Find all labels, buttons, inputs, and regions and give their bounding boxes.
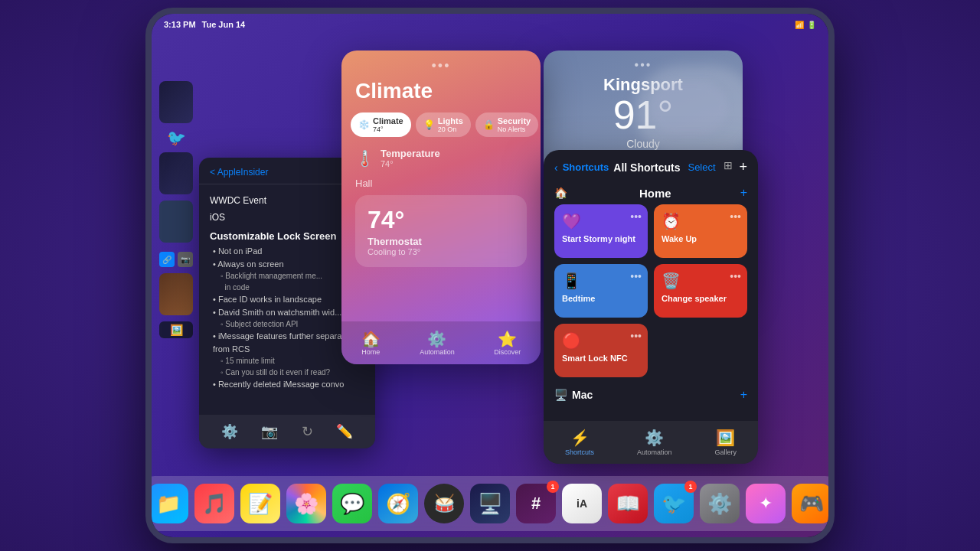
- shortcut-label-4: Change speaker: [662, 293, 740, 304]
- shortcuts-header-icons: ⊞ +: [724, 159, 747, 175]
- temperature-label: Temperature: [381, 148, 440, 159]
- lights-tab-icon: 💡: [423, 119, 435, 130]
- left-thumbnails: 🐦 🔗 📷 🖼️: [159, 35, 194, 338]
- thumb-2: [159, 152, 193, 194]
- nav-automation[interactable]: ⚙️ Automation: [420, 330, 455, 356]
- safari-icon: 🧭: [386, 492, 410, 516]
- twitter-icon: 🐦: [662, 492, 686, 516]
- dock-icon-ia[interactable]: iA: [562, 484, 602, 523]
- climate-title: Climate: [341, 79, 541, 112]
- thermometer-icon: 🌡️: [355, 149, 374, 168]
- shortcuts-back-icon[interactable]: ‹: [554, 161, 558, 174]
- dock-icon-music[interactable]: 🎵: [194, 484, 234, 523]
- climate-bottom-nav: 🏠 Home ⚙️ Automation ⭐ Discover: [341, 321, 541, 364]
- dock-icon-screens[interactable]: 🖥️: [470, 484, 510, 523]
- dock: 📁 🎵 📝 🌸 💬 🧭 🥁 🖥️: [152, 476, 828, 531]
- shortcuts-nav-gallery[interactable]: 🖼️ Gallery: [714, 429, 737, 456]
- taiko-icon: 🥁: [434, 494, 455, 514]
- arcade-icon: 🎮: [799, 492, 824, 516]
- security-tab-label: SecurityNo Alerts: [498, 116, 531, 133]
- slack-badge: 1: [547, 481, 559, 493]
- automation-nav-icon: ⚙️: [420, 330, 455, 348]
- messages-icon: 💬: [340, 492, 364, 516]
- shortcuts-tab-icon: ⚡: [565, 429, 594, 447]
- nav-discover[interactable]: ⭐ Discover: [494, 330, 521, 356]
- dock-icon-taiko[interactable]: 🥁: [424, 484, 464, 523]
- mac-section-header: 🖥️ Mac +: [554, 383, 747, 406]
- panel-camera-icon[interactable]: 📷: [261, 423, 278, 440]
- tab-lights[interactable]: 💡 Lights20 On: [416, 112, 471, 137]
- shortcut-dots-1[interactable]: •••: [630, 210, 642, 223]
- home-section-header: 🏠 Home +: [554, 181, 747, 204]
- shortcuts-tab-label: Shortcuts: [565, 448, 594, 456]
- dock-icon-arcade[interactable]: 🎮: [792, 484, 828, 523]
- shortcuts-add-button[interactable]: +: [739, 159, 747, 175]
- home-nav-icon: 🏠: [361, 330, 381, 348]
- status-date: Tue Jun 14: [202, 20, 246, 29]
- shortcut-label-3: Bedtime: [562, 293, 640, 304]
- shortcut-dots-2[interactable]: •••: [730, 210, 741, 223]
- settings-icon: ⚙️: [707, 492, 732, 516]
- shortcuts-grid-icon[interactable]: ⊞: [724, 159, 733, 175]
- temperature-row: 🌡️ Temperature 74°: [341, 148, 541, 178]
- shortcut-icon-3: 📱: [562, 272, 640, 290]
- dock-icon-photos[interactable]: 🌸: [286, 484, 326, 523]
- panel-bottom-bar: ⚙️ 📷 ↻ ✏️: [199, 415, 375, 448]
- panel-settings-icon[interactable]: ⚙️: [221, 423, 238, 440]
- security-tab-icon: 🔒: [483, 119, 495, 130]
- dock-icon-messages[interactable]: 💬: [332, 484, 372, 523]
- nav-home[interactable]: 🏠 Home: [361, 330, 381, 356]
- shortcut-icon-2: ⏰: [662, 212, 740, 230]
- tab-security[interactable]: 🔒 SecurityNo Alerts: [475, 112, 538, 137]
- shortcut-bedtime[interactable]: ••• 📱 Bedtime: [554, 264, 648, 318]
- discover-nav-icon: ⭐: [494, 330, 521, 348]
- home-section-add[interactable]: +: [740, 186, 747, 200]
- shortcut-dots-4[interactable]: •••: [730, 270, 741, 282]
- climate-widget[interactable]: ••• Climate ❄️ Climate74° 💡 Lights20 On …: [341, 51, 541, 364]
- dock-icon-shortcuts[interactable]: ✦: [746, 484, 786, 523]
- shortcuts-header: ‹ Shortcuts All Shortcuts Select ⊞ +: [544, 150, 758, 181]
- shortcuts-nav-automation[interactable]: ⚙️ Automation: [637, 429, 672, 456]
- reeder-icon: 📖: [616, 492, 640, 516]
- automation-tab-icon: ⚙️: [637, 429, 672, 447]
- panel-refresh-icon[interactable]: ↻: [302, 423, 313, 440]
- security-tab-sub: No Alerts: [498, 126, 531, 133]
- climate-tabs: ❄️ Climate74° 💡 Lights20 On 🔒 SecurityNo…: [341, 112, 541, 137]
- panel-compose-icon[interactable]: ✏️: [336, 423, 353, 440]
- shortcut-change-speaker[interactable]: ••• 🗑️ Change speaker: [654, 264, 747, 318]
- mac-section: 🖥️ Mac +: [544, 383, 758, 406]
- dock-icon-notes[interactable]: 📝: [240, 484, 280, 523]
- dock-icon-twitter[interactable]: 🐦 1: [654, 484, 694, 523]
- thermostat-card[interactable]: 74° Thermostat Cooling to 73°: [355, 195, 527, 267]
- lights-tab-sub: 20 On: [438, 126, 463, 133]
- dock-icon-slack[interactable]: # 1: [516, 484, 556, 523]
- shortcuts-all-label: All Shortcuts: [613, 161, 680, 174]
- mac-icon: 🖥️: [554, 389, 567, 401]
- shortcut-label-1: Start Stormy night: [562, 233, 640, 244]
- ipad-frame: 3:13 PM Tue Jun 14 📶 🔋 🐦 🔗 📷 🖼️: [145, 8, 835, 543]
- thumb-3: [159, 201, 193, 243]
- shortcut-smart-lock[interactable]: ••• 🔴 Smart Lock NFC: [554, 324, 648, 377]
- dock-icon-files[interactable]: 📁: [152, 484, 188, 523]
- thermostat-temp: 74°: [368, 206, 514, 234]
- dock-icon-settings[interactable]: ⚙️: [700, 484, 740, 523]
- shortcuts-widget[interactable]: ‹ Shortcuts All Shortcuts Select ⊞ + 🏠 H…: [544, 150, 758, 464]
- shortcut-wake-up[interactable]: ••• ⏰ Wake Up: [654, 204, 747, 258]
- shortcut-stormy-night[interactable]: ••• 💜 Start Stormy night: [554, 204, 648, 258]
- thermostat-sub: Cooling to 73°: [368, 247, 514, 256]
- shortcut-dots-3[interactable]: •••: [630, 270, 642, 282]
- dock-icon-safari[interactable]: 🧭: [378, 484, 418, 523]
- shortcut-dots-5[interactable]: •••: [630, 330, 642, 342]
- shortcuts-nav-shortcuts[interactable]: ⚡ Shortcuts: [565, 429, 594, 456]
- shortcuts-select-button[interactable]: Select: [688, 161, 715, 173]
- dock-icon-reeder[interactable]: 📖: [608, 484, 648, 523]
- tab-climate[interactable]: ❄️ Climate74°: [351, 112, 411, 137]
- shortcut-icon-4: 🗑️: [662, 272, 740, 290]
- mac-section-add[interactable]: +: [740, 388, 747, 402]
- automation-tab-label: Automation: [637, 448, 672, 456]
- gallery-tab-icon: 🖼️: [714, 429, 737, 447]
- status-time: 3:13 PM: [164, 20, 196, 29]
- files-icon: 📁: [156, 492, 181, 516]
- panel-back-button[interactable]: < AppleInsider: [210, 167, 268, 178]
- climate-tab-icon: ❄️: [358, 119, 370, 130]
